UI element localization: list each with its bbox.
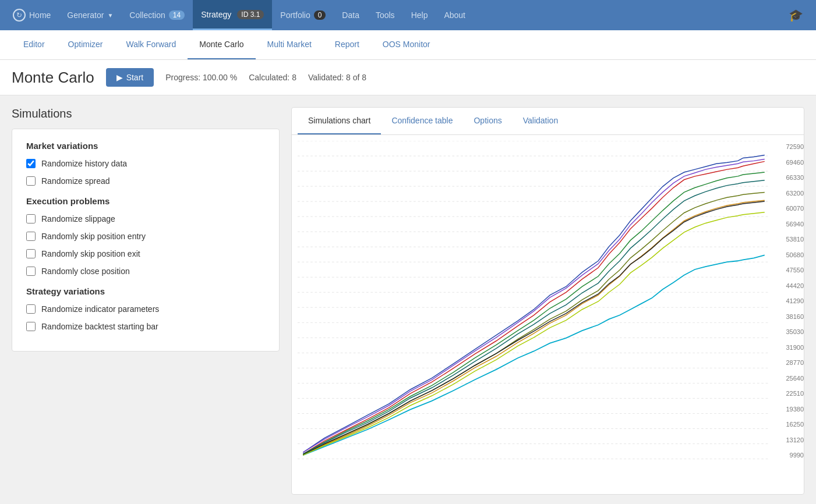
editor-label: Editor: [23, 40, 45, 49]
y-label-56940: 56940: [770, 221, 804, 228]
chart-tab-simulations[interactable]: Simulations chart: [298, 108, 381, 134]
chart-tab-options[interactable]: Options: [463, 108, 512, 134]
calculated-info: Calculated: 8: [249, 73, 296, 82]
chevron-down-icon: ▼: [107, 12, 113, 19]
start-button[interactable]: ▶ Start: [106, 68, 154, 87]
tab-report[interactable]: Report: [323, 30, 371, 59]
nav-generator[interactable]: Generator ▼: [59, 0, 121, 30]
tab-monte-carlo[interactable]: Monte Carlo: [188, 30, 255, 59]
option-randomize-backtest: Randomize backtest starting bar: [26, 322, 265, 331]
tab-walk-forward[interactable]: Walk Forward: [114, 30, 188, 59]
close-position-checkbox[interactable]: [26, 267, 36, 276]
y-label-16250: 16250: [770, 421, 804, 428]
right-panel: Simulations chart Confidence table Optio…: [291, 107, 804, 495]
nav-about[interactable]: About: [436, 0, 474, 30]
simulations-chart-label: Simulations chart: [308, 116, 370, 125]
optimizer-label: Optimizer: [68, 40, 103, 49]
nav-portfolio[interactable]: Portfolio 0: [272, 0, 334, 30]
market-variations-heading: Market variations: [26, 141, 265, 151]
chart-tabs: Simulations chart Confidence table Optio…: [292, 108, 804, 135]
page-title: Monte Carlo: [12, 69, 94, 87]
data-label: Data: [342, 10, 359, 20]
close-position-label: Randomly close position: [41, 267, 130, 276]
play-icon: ▶: [116, 73, 123, 82]
strategy-variations-heading: Strategy variations: [26, 286, 265, 296]
randomize-slippage-checkbox[interactable]: [26, 214, 36, 223]
tab-optimizer[interactable]: Optimizer: [56, 30, 115, 59]
option-close-position: Randomly close position: [26, 267, 265, 276]
validation-label: Validation: [523, 116, 558, 125]
oos-monitor-label: OOS Monitor: [383, 40, 430, 49]
tab-editor[interactable]: Editor: [12, 30, 56, 59]
report-label: Report: [335, 40, 359, 49]
skip-position-exit-label: Randomly skip position exit: [41, 249, 140, 258]
multi-market-label: Multi Market: [267, 40, 312, 49]
about-label: About: [444, 10, 465, 20]
validated-value: 8 of 8: [346, 73, 366, 82]
home-icon: ↻: [13, 9, 26, 22]
y-label-31900: 31900: [770, 344, 804, 351]
tab-oos-monitor[interactable]: OOS Monitor: [371, 30, 442, 59]
skip-position-exit-checkbox[interactable]: [26, 249, 36, 258]
simulations-title: Simulations: [12, 107, 280, 120]
sub-navigation: Editor Optimizer Walk Forward Monte Carl…: [0, 30, 816, 60]
y-label-13120: 13120: [770, 436, 804, 443]
portfolio-badge: 0: [314, 10, 326, 20]
nav-strategy[interactable]: Strategy ID 3.1: [193, 0, 272, 30]
portfolio-label: Portfolio: [280, 10, 310, 20]
option-skip-entry: Randomly skip position entry: [26, 232, 265, 241]
option-randomize-slippage: Randomize slippage: [26, 214, 265, 223]
nav-help[interactable]: Help: [403, 0, 436, 30]
chart-y-axis: 72590 69460 66330 63200 60070 56940 5381…: [770, 141, 804, 461]
y-label-60070: 60070: [770, 205, 804, 212]
calculated-label: Calculated:: [249, 73, 289, 82]
options-card: Market variations Randomize history data…: [12, 129, 280, 352]
main-content: Simulations Market variations Randomize …: [0, 95, 816, 504]
strategy-label: Strategy: [201, 10, 231, 19]
tools-label: Tools: [376, 10, 395, 20]
y-label-41290: 41290: [770, 297, 804, 304]
randomize-indicator-label: Randomize indicator parameters: [41, 304, 159, 314]
chart-tab-validation[interactable]: Validation: [513, 108, 568, 134]
y-label-66330: 66330: [770, 174, 804, 181]
walk-forward-label: Walk Forward: [126, 40, 176, 49]
randomize-backtest-checkbox[interactable]: [26, 322, 36, 331]
strategy-id-badge: ID 3.1: [237, 10, 264, 19]
randomize-slippage-label: Randomize slippage: [41, 214, 115, 223]
skip-position-entry-checkbox[interactable]: [26, 232, 36, 241]
y-label-63200: 63200: [770, 190, 804, 197]
options-label: Options: [474, 116, 501, 125]
collection-badge: 14: [169, 10, 185, 20]
execution-problems-heading: Execution problems: [26, 196, 265, 206]
start-button-label: Start: [126, 73, 144, 82]
validated-info: Validated: 8 of 8: [308, 73, 366, 82]
nav-data[interactable]: Data: [334, 0, 368, 30]
chart-svg-wrapper: .grid-line { stroke: #ddd; stroke-width:…: [298, 141, 770, 461]
nav-home[interactable]: ↻ Home: [5, 0, 59, 30]
home-label: Home: [29, 10, 51, 20]
left-panel: Simulations Market variations Randomize …: [12, 107, 280, 495]
y-label-44420: 44420: [770, 282, 804, 289]
y-label-72590: 72590: [770, 143, 804, 150]
option-skip-exit: Randomly skip position exit: [26, 249, 265, 258]
randomize-indicator-checkbox[interactable]: [26, 304, 36, 314]
randomize-spread-label: Randomize spread: [41, 176, 110, 186]
y-label-28770: 28770: [770, 359, 804, 366]
nav-collection[interactable]: Collection 14: [121, 0, 193, 30]
top-navigation: ↻ Home Generator ▼ Collection 14 Strateg…: [0, 0, 816, 30]
help-label: Help: [411, 10, 428, 20]
confidence-table-label: Confidence table: [391, 116, 453, 125]
chart-tab-confidence[interactable]: Confidence table: [381, 108, 463, 134]
y-label-53810: 53810: [770, 236, 804, 243]
progress-value: 100.00 %: [203, 73, 237, 82]
nav-tools[interactable]: Tools: [368, 0, 403, 30]
tab-multi-market[interactable]: Multi Market: [256, 30, 323, 59]
randomize-spread-checkbox[interactable]: [26, 176, 36, 186]
monte-carlo-label: Monte Carlo: [199, 40, 243, 49]
simulations-chart-svg: .grid-line { stroke: #ddd; stroke-width:…: [298, 141, 770, 461]
page-header: Monte Carlo ▶ Start Progress: 100.00 % C…: [0, 60, 816, 95]
y-label-50680: 50680: [770, 251, 804, 258]
randomize-history-checkbox[interactable]: [26, 159, 36, 168]
nav-graduation-icon[interactable]: 🎓: [780, 0, 811, 30]
option-randomize-indicator: Randomize indicator parameters: [26, 304, 265, 314]
